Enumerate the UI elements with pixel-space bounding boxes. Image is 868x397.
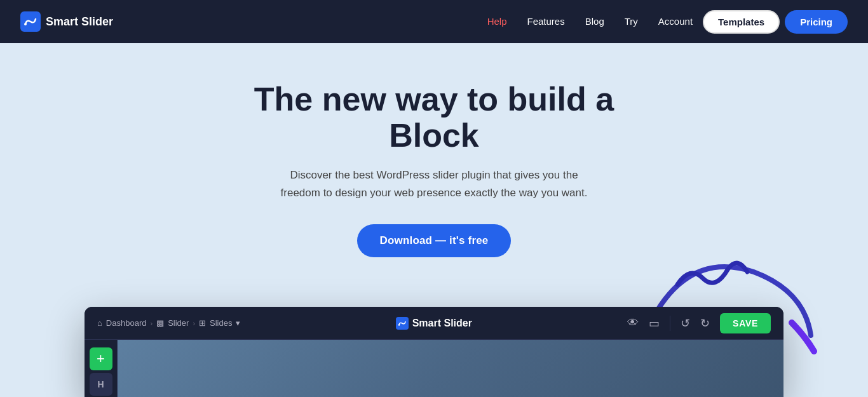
home-icon: ⌂ xyxy=(97,318,102,328)
svg-point-3 xyxy=(398,324,400,326)
breadcrumb-dashboard[interactable]: Dashboard xyxy=(106,318,147,328)
app-canvas xyxy=(118,340,783,397)
app-breadcrumb: ⌂ Dashboard › ▩ Slider › ⊞ Slides ▾ xyxy=(97,318,240,328)
preview-icon[interactable]: 👁 xyxy=(627,316,639,330)
app-logo-small: Smart Slider xyxy=(396,317,472,330)
redo-icon[interactable]: ↻ xyxy=(700,316,710,330)
hero-subtitle: Discover the best WordPress slider plugi… xyxy=(269,166,599,201)
slides-icon: ⊞ xyxy=(199,318,206,328)
nav-link-try[interactable]: Try xyxy=(625,16,638,27)
nav-link-features[interactable]: Features xyxy=(527,16,565,27)
hero-title: The new way to build a Block xyxy=(212,81,656,154)
logo-icon xyxy=(20,11,41,32)
canvas-content xyxy=(118,340,783,397)
app-window: ⌂ Dashboard › ▩ Slider › ⊞ Slides ▾ xyxy=(85,307,783,397)
toolbar-divider xyxy=(670,316,670,331)
nav-links: Help Features Blog Try Account xyxy=(487,16,693,27)
navbar: Smart Slider Help Features Blog Try Acco… xyxy=(0,0,868,43)
chevron-icon-2: › xyxy=(193,320,195,327)
desktop-icon[interactable]: ▭ xyxy=(649,316,660,330)
nav-link-blog[interactable]: Blog xyxy=(585,16,604,27)
nav-link-account[interactable]: Account xyxy=(658,16,693,27)
app-body: + H xyxy=(85,340,783,397)
breadcrumb-slides[interactable]: Slides xyxy=(210,318,232,328)
add-slide-button[interactable]: + xyxy=(90,347,112,370)
nav-link-help[interactable]: Help xyxy=(487,16,507,27)
app-logo-text: Smart Slider xyxy=(412,318,472,329)
app-preview: ⌂ Dashboard › ▩ Slider › ⊞ Slides ▾ xyxy=(85,307,783,397)
logo-text: Smart Slider xyxy=(46,15,113,29)
app-topbar-center: Smart Slider xyxy=(240,317,627,330)
breadcrumb-slider[interactable]: Slider xyxy=(168,318,189,328)
h-button[interactable]: H xyxy=(90,373,112,396)
app-logo-icon xyxy=(396,317,409,330)
templates-button[interactable]: Templates xyxy=(703,10,780,34)
download-button[interactable]: Download — it's free xyxy=(357,224,512,257)
undo-icon[interactable]: ↺ xyxy=(681,316,690,330)
chevron-down-icon: ▾ xyxy=(236,318,240,328)
slider-icon: ▩ xyxy=(156,318,164,328)
app-sidebar: + H xyxy=(85,340,118,397)
hero-section: The new way to build a Block Discover th… xyxy=(0,43,868,397)
save-button[interactable]: SAVE xyxy=(720,313,771,333)
app-topbar-right: 👁 ▭ ↺ ↻ SAVE xyxy=(627,313,771,333)
logo[interactable]: Smart Slider xyxy=(20,11,113,32)
chevron-icon-1: › xyxy=(150,320,153,327)
pricing-button[interactable]: Pricing xyxy=(785,10,848,34)
svg-point-1 xyxy=(24,23,27,25)
app-topbar: ⌂ Dashboard › ▩ Slider › ⊞ Slides ▾ xyxy=(85,307,783,340)
